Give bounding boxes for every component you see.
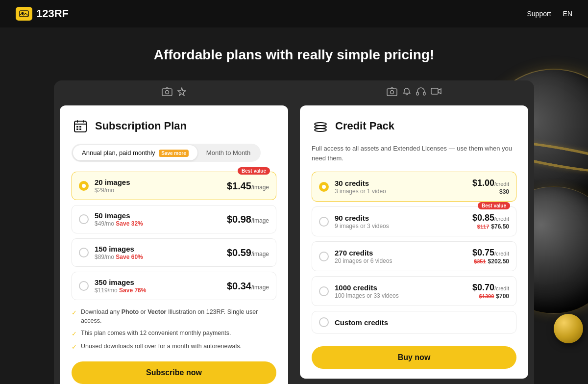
headphone-icon bbox=[416, 87, 426, 99]
svg-rect-10 bbox=[79, 128, 81, 130]
credit-sublabel-1000: 100 images or 33 videos bbox=[335, 292, 399, 299]
svg-rect-2 bbox=[162, 89, 172, 96]
credit-rows: 30 credits 3 images or 1 video $1.00/cre… bbox=[312, 172, 516, 333]
svg-rect-13 bbox=[416, 92, 418, 95]
check-icon-2: ✓ bbox=[72, 330, 77, 338]
radio-50 bbox=[79, 214, 89, 224]
header: 123RF Support EN bbox=[0, 0, 588, 27]
best-value-badge-20: Best value bbox=[238, 167, 270, 175]
credit-price-90: $0.85/credit bbox=[472, 213, 509, 223]
credit-total-270: $351$202.50 bbox=[472, 258, 509, 265]
subscription-card-wrapper: Subscription Plan Annual plan, paid mont… bbox=[54, 80, 294, 384]
lang-link[interactable]: EN bbox=[563, 10, 572, 18]
credit-icons-bar bbox=[294, 80, 534, 105]
check-icon-1: ✓ bbox=[72, 308, 77, 317]
feature-1: ✓ Download any Photo or Vector Illustrat… bbox=[72, 308, 276, 325]
radio-270 bbox=[319, 252, 329, 261]
plan-price-150: $0.59/image bbox=[227, 247, 269, 258]
stack-icon bbox=[312, 117, 329, 135]
credit-sublabel-30: 3 images or 1 video bbox=[335, 188, 386, 195]
credit-row-1000[interactable]: 1000 credits 100 images or 33 videos $0.… bbox=[312, 276, 516, 306]
plan-row-150[interactable]: 150 images $89/mo Save 60% $0.59/image bbox=[72, 238, 276, 267]
plan-price-50: $0.98/image bbox=[227, 214, 269, 225]
plan-label-20: 20 images bbox=[95, 178, 130, 186]
buy-button[interactable]: Buy now bbox=[312, 346, 516, 369]
credit-row-30[interactable]: 30 credits 3 images or 1 video $1.00/cre… bbox=[312, 172, 516, 202]
credit-card-header: Credit Pack bbox=[312, 117, 516, 135]
radio-150 bbox=[79, 248, 89, 257]
credit-desc: Full access to all assets and Extended L… bbox=[312, 144, 516, 163]
save-more-badge: Save more bbox=[159, 150, 189, 157]
credit-card-inner: Credit Pack Full access to all assets an… bbox=[300, 105, 528, 379]
svg-rect-15 bbox=[431, 88, 438, 94]
credit-price-1000: $0.70/credit bbox=[472, 282, 509, 293]
logo[interactable]: 123RF bbox=[16, 7, 69, 21]
credit-row-270[interactable]: 270 credits 20 images or 6 videos $0.75/… bbox=[312, 241, 516, 271]
radio-20 bbox=[79, 181, 89, 191]
plan-sublabel-150: $89/mo Save 60% bbox=[95, 254, 143, 260]
credit-total-90: $117$76.50 bbox=[472, 223, 509, 230]
credit-label-1000: 1000 credits bbox=[335, 283, 399, 292]
subscription-icons-bar bbox=[54, 80, 294, 105]
plan-row-50[interactable]: 50 images $49/mo Save 32% $0.98/image bbox=[72, 205, 276, 233]
plan-row-20[interactable]: 20 images $29/mo $1.45/image Best value bbox=[72, 172, 276, 200]
plan-label-50: 50 images bbox=[95, 211, 143, 220]
radio-90 bbox=[319, 217, 329, 227]
credit-price-270: $0.75/credit bbox=[472, 248, 509, 258]
svg-rect-6 bbox=[83, 120, 84, 123]
features-list: ✓ Download any Photo or Vector Illustrat… bbox=[72, 308, 276, 352]
main: Affordable plans with really simple pric… bbox=[0, 27, 588, 384]
radio-custom bbox=[319, 317, 329, 327]
svg-rect-8 bbox=[79, 126, 81, 128]
radio-350 bbox=[79, 281, 89, 291]
monthly-toggle-btn[interactable]: Month to Month bbox=[197, 145, 259, 160]
svg-point-3 bbox=[166, 91, 169, 94]
credit-title: Credit Pack bbox=[335, 120, 394, 132]
plan-toggle: Annual plan, paid monthly Save more Mont… bbox=[72, 144, 261, 162]
plan-rows: 20 images $29/mo $1.45/image Best value bbox=[72, 172, 276, 300]
credit-price-30: $1.00/credit bbox=[472, 178, 509, 188]
annual-toggle-btn[interactable]: Annual plan, paid monthly Save more bbox=[73, 145, 197, 160]
svg-point-12 bbox=[391, 91, 394, 94]
subscribe-button[interactable]: Subscribe now bbox=[72, 361, 276, 384]
svg-point-18 bbox=[315, 123, 326, 126]
credit-row-custom[interactable]: Custom credits bbox=[312, 311, 516, 333]
credit-label-270: 270 credits bbox=[335, 249, 392, 257]
credit-label-90: 90 credits bbox=[335, 214, 389, 222]
photo-icon-2 bbox=[387, 87, 397, 99]
credit-total-1000: $1300$700 bbox=[472, 293, 509, 300]
svg-rect-9 bbox=[76, 128, 78, 130]
radio-30 bbox=[319, 182, 329, 192]
calendar-icon bbox=[72, 117, 89, 135]
plan-label-150: 150 images bbox=[95, 245, 143, 253]
best-value-badge-90: Best value bbox=[478, 202, 510, 209]
svg-rect-7 bbox=[76, 126, 78, 128]
subscription-card-header: Subscription Plan bbox=[72, 117, 276, 135]
credit-row-90[interactable]: 90 credits 9 images or 3 videos $0.85/cr… bbox=[312, 206, 516, 236]
subscription-title: Subscription Plan bbox=[95, 120, 187, 132]
svg-rect-14 bbox=[423, 92, 425, 95]
subscription-card-inner: Subscription Plan Annual plan, paid mont… bbox=[60, 105, 288, 384]
logo-text: 123RF bbox=[36, 7, 69, 20]
video-icon bbox=[431, 87, 441, 99]
logo-icon bbox=[16, 7, 32, 21]
credit-sublabel-270: 20 images or 6 videos bbox=[335, 257, 392, 264]
cards-container: Subscription Plan Annual plan, paid mont… bbox=[54, 80, 534, 384]
feature-2: ✓ This plan comes with 12 convenient mon… bbox=[72, 329, 276, 338]
svg-rect-0 bbox=[20, 11, 28, 17]
feature-3: ✓ Unused downloads roll over for a month… bbox=[72, 342, 276, 352]
plan-sublabel-350: $119/mo Save 76% bbox=[95, 287, 146, 294]
support-link[interactable]: Support bbox=[527, 10, 551, 18]
credit-sublabel-90: 9 images or 3 videos bbox=[335, 223, 389, 230]
plan-sublabel-20: $29/mo bbox=[95, 187, 130, 194]
plan-row-350[interactable]: 350 images $119/mo Save 76% $0.34/image bbox=[72, 272, 276, 300]
radio-1000 bbox=[319, 286, 329, 296]
credit-card-wrapper: Credit Pack Full access to all assets an… bbox=[294, 80, 534, 384]
plan-price-350: $0.34/image bbox=[227, 281, 269, 292]
credit-label-30: 30 credits bbox=[335, 179, 386, 187]
credit-label-custom: Custom credits bbox=[335, 318, 388, 327]
plan-price-20: $1.45/image bbox=[227, 180, 269, 192]
plan-sublabel-50: $49/mo Save 32% bbox=[95, 220, 143, 227]
page-title: Affordable plans with really simple pric… bbox=[10, 47, 578, 63]
svg-rect-11 bbox=[387, 89, 397, 96]
